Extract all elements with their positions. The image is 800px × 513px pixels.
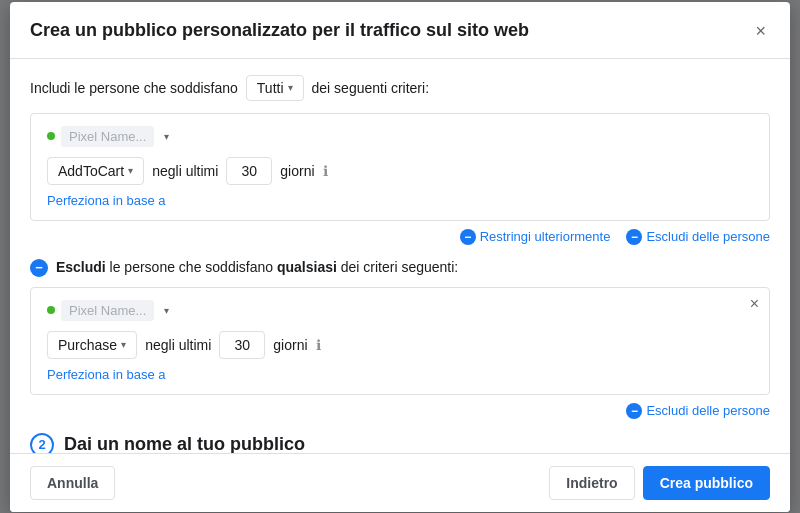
exclude-days-input[interactable] [219, 331, 265, 359]
step2-title: Dai un nome al tuo pubblico [64, 434, 305, 452]
back-button[interactable]: Indietro [549, 466, 634, 500]
exclude-pixel-row: Pixel Name... ▾ [47, 300, 753, 321]
exclude-pixel-dropdown[interactable]: ▾ [160, 303, 173, 318]
modal-title: Crea un pubblico personalizzato per il t… [30, 20, 529, 41]
escludi-persone-link-bottom[interactable]: − Escludi delle persone [626, 403, 770, 419]
include-days-prefix: negli ultimi [152, 163, 218, 179]
include-pixel-name: Pixel Name... [61, 126, 154, 147]
pixel-status-dot [47, 132, 55, 140]
info-icon[interactable]: ℹ [316, 337, 321, 353]
minus-icon: − [626, 403, 642, 419]
include-event-row: AddToCart ▾ negli ultimi giorni ℹ [47, 157, 753, 185]
include-action-links: − Restringi ulteriormente − Escludi dell… [30, 229, 770, 245]
modal-footer: Annulla Indietro Crea pubblico [10, 453, 790, 512]
minus-icon: − [626, 229, 642, 245]
step2-section: 2 Dai un nome al tuo pubblico 50 × Mostr… [30, 433, 770, 453]
pixel-status-dot [47, 306, 55, 314]
exclude-header: − Escludi le persone che soddisfano qual… [30, 259, 770, 277]
exclude-pixel-name: Pixel Name... [61, 300, 154, 321]
escludi-persone-link-top[interactable]: − Escludi delle persone [626, 229, 770, 245]
chevron-down-icon: ▾ [164, 305, 169, 316]
restringi-link[interactable]: − Restringi ulteriormente [460, 229, 611, 245]
info-icon[interactable]: ℹ [323, 163, 328, 179]
exclude-days-suffix: giorni [273, 337, 307, 353]
step2-header: 2 Dai un nome al tuo pubblico [30, 433, 770, 453]
exclude-event-row: Purchase ▾ negli ultimi giorni ℹ [47, 331, 753, 359]
include-event-dropdown[interactable]: AddToCart ▾ [47, 157, 144, 185]
footer-right-buttons: Indietro Crea pubblico [549, 466, 770, 500]
cancel-button[interactable]: Annulla [30, 466, 115, 500]
modal-body: Includi le persone che soddisfano Tutti … [10, 59, 790, 453]
chevron-down-icon: ▾ [128, 165, 133, 176]
include-pixel-row: Pixel Name... ▾ [47, 126, 753, 147]
modal-close-button[interactable]: × [751, 18, 770, 44]
include-criteria-box: Pixel Name... ▾ AddToCart ▾ negli ultimi [30, 113, 770, 221]
exclude-criteria-box: × Pixel Name... ▾ Purch [30, 287, 770, 395]
exclude-circle-icon: − [30, 259, 48, 277]
include-suffix-label: dei seguenti criteri: [312, 80, 430, 96]
chevron-down-icon: ▾ [288, 82, 293, 93]
include-pixel-dropdown[interactable]: ▾ [160, 129, 173, 144]
include-refine-link[interactable]: Perfeziona in base a [47, 193, 166, 208]
include-days-input[interactable] [226, 157, 272, 185]
include-operator-row: Includi le persone che soddisfano Tutti … [30, 75, 770, 101]
include-days-suffix: giorni [280, 163, 314, 179]
step2-number: 2 [30, 433, 54, 453]
exclude-refine-link[interactable]: Perfeziona in base a [47, 367, 166, 382]
exclude-action-links: − Escludi delle persone [30, 403, 770, 419]
create-audience-button[interactable]: Crea pubblico [643, 466, 770, 500]
include-prefix-label: Includi le persone che soddisfano [30, 80, 238, 96]
exclude-criteria-close-button[interactable]: × [750, 296, 759, 312]
exclude-event-dropdown[interactable]: Purchase ▾ [47, 331, 137, 359]
exclude-section: − Escludi le persone che soddisfano qual… [30, 259, 770, 419]
include-operator-dropdown[interactable]: Tutti ▾ [246, 75, 304, 101]
chevron-down-icon: ▾ [121, 339, 126, 350]
chevron-down-icon: ▾ [164, 131, 169, 142]
exclude-days-prefix: negli ultimi [145, 337, 211, 353]
minus-icon: − [460, 229, 476, 245]
